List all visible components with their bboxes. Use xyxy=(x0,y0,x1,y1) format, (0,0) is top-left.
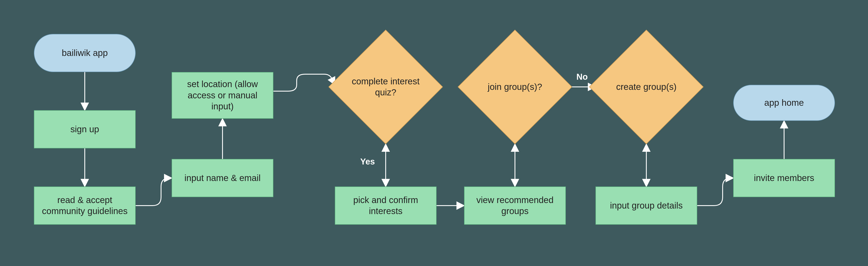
decision-join: join group(s)? xyxy=(458,30,572,144)
process-group-details: input group details xyxy=(595,186,697,225)
edge-label-no: No xyxy=(577,72,588,82)
node-label: view recommended groups xyxy=(470,195,559,217)
process-interests: pick and confirm interests xyxy=(335,186,437,225)
node-label: input group details xyxy=(610,200,683,211)
node-label: pick and confirm interests xyxy=(341,195,430,217)
node-label: create group(s) xyxy=(616,81,677,93)
process-guidelines: read & accept community guidelines xyxy=(34,186,135,225)
process-view-groups: view recommended groups xyxy=(464,186,566,225)
process-location: set location (allow access or manual inp… xyxy=(172,72,273,119)
terminator-home: app home xyxy=(733,85,835,121)
flowchart-canvas: bailiwik app sign up read & accept commu… xyxy=(0,0,868,266)
node-label: invite members xyxy=(754,173,814,184)
node-label: set location (allow access or manual inp… xyxy=(178,79,267,112)
node-label: join group(s)? xyxy=(488,81,542,93)
node-label: sign up xyxy=(70,124,99,135)
node-label: app home xyxy=(764,97,804,109)
terminator-start: bailiwik app xyxy=(34,34,135,72)
decision-create: create group(s) xyxy=(589,30,704,144)
edge-label-yes: Yes xyxy=(360,157,375,167)
node-label: bailiwik app xyxy=(62,48,107,59)
decision-quiz: complete interest quiz? xyxy=(329,30,443,144)
process-invite: invite members xyxy=(733,159,835,197)
node-label: read & accept community guidelines xyxy=(40,195,129,217)
node-label: input name & email xyxy=(184,173,261,184)
process-name-email: input name & email xyxy=(172,159,273,197)
node-label: complete interest quiz? xyxy=(341,76,430,98)
process-signup: sign up xyxy=(34,110,135,148)
